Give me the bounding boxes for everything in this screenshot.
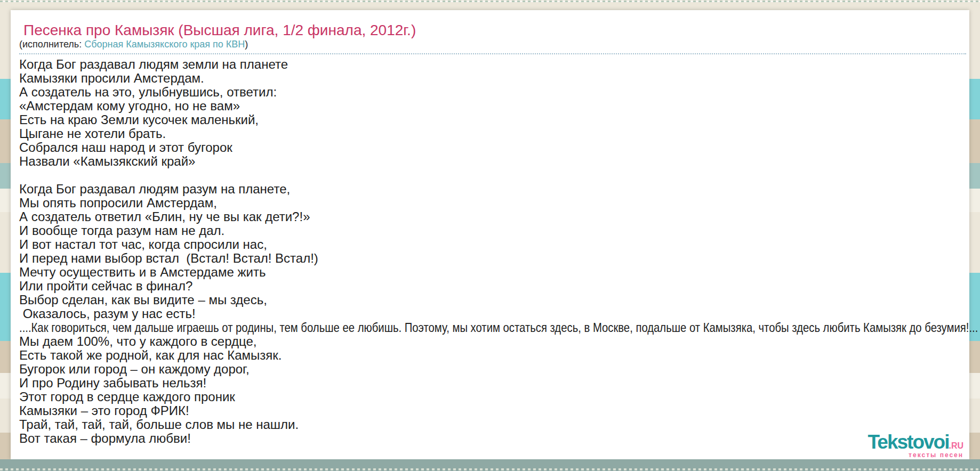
- lyric-line: Назвали «Камызякский край»: [19, 155, 966, 168]
- page-title: Песенка про Камызяк (Высшая лига, 1/2 фи…: [23, 22, 966, 38]
- top-dashed-trim: [0, 1, 980, 2]
- logo-wordmark: Tekstovoi.RU: [867, 432, 963, 452]
- lyric-line: Оказалось, разум у нас есть!: [19, 307, 966, 321]
- lyric-line: И вот настал тот час, когда спросили нас…: [19, 238, 966, 251]
- artist-label: (исполнитель:: [19, 39, 82, 50]
- lyric-line: Собрался наш народ и этот бугорок: [19, 141, 966, 155]
- lyric-line: Этот город в сердце каждого проник: [19, 390, 966, 404]
- lyric-line: Выбор сделан, как вы видите – мы здесь,: [19, 293, 966, 307]
- lyric-line: Камызяки просили Амстердам.: [19, 71, 966, 85]
- lyric-line: Есть на краю Земли кусочек маленький,: [19, 113, 966, 127]
- page-header: Песенка про Камызяк (Высшая лига, 1/2 фи…: [19, 22, 966, 54]
- logo-text: Tekstovoi: [867, 431, 949, 453]
- lyric-line: А создатель на это, улыбнувшись, ответил…: [19, 85, 966, 99]
- card-inner: Песенка про Камызяк (Высшая лига, 1/2 фи…: [11, 10, 969, 445]
- lyric-line: А создатель ответил «Блин, ну че вы как …: [19, 210, 966, 224]
- site-logo-link[interactable]: Tekstovoi.RU тексты песен: [867, 432, 963, 458]
- lyric-line: Мечту осуществить и в Амстердаме жить: [19, 265, 966, 279]
- artist-label-close: ): [245, 39, 248, 50]
- lyric-line: И вообще тогда разум нам не дал.: [19, 224, 966, 238]
- lyric-line: И перед нами выбор встал (Встал! Встал! …: [19, 251, 966, 265]
- logo-tld: .RU: [949, 441, 963, 450]
- lyric-line: Цыгане не хотели брать.: [19, 127, 966, 141]
- content-card: Песенка про Камызяк (Высшая лига, 1/2 фи…: [11, 10, 969, 459]
- lyric-line: [19, 168, 966, 182]
- lyric-line: Мы опять попросили Амстердам,: [19, 196, 966, 210]
- lyric-line: Мы даем 100%, что у каждого в сердце,: [19, 335, 966, 348]
- lyric-line: Вот такая – формула любви!: [19, 432, 966, 445]
- lyric-line: «Амстердам кому угодно, но не вам»: [19, 99, 966, 113]
- lyrics-block: Когда Бог раздавал людям земли на планет…: [19, 58, 966, 445]
- lyric-line: ....Как говориться, чем дальше играешь о…: [19, 321, 820, 335]
- artist-link[interactable]: Сборная Камызякского края по КВН: [84, 39, 245, 50]
- lyric-line: Или пройти сейчас в финал?: [19, 279, 966, 293]
- lyric-line: Бугорок или город – он каждому дорог,: [19, 362, 966, 376]
- lyric-line: Трай, тай, тай, тай, больше слов мы не н…: [19, 418, 966, 432]
- artist-line: (исполнитель:Сборная Камызякского края п…: [19, 38, 966, 50]
- lyric-line: Когда Бог раздавал людям разум на планет…: [19, 182, 966, 196]
- lyric-line: Когда Бог раздавал людям земли на планет…: [19, 58, 966, 71]
- lyric-line: Есть такой же родной, как для нас Камызя…: [19, 348, 966, 362]
- footer-band: [0, 459, 980, 471]
- lyric-line: Камызяки – это город ФРИК!: [19, 404, 966, 418]
- lyric-line: И про Родину забывать нельзя!: [19, 376, 966, 390]
